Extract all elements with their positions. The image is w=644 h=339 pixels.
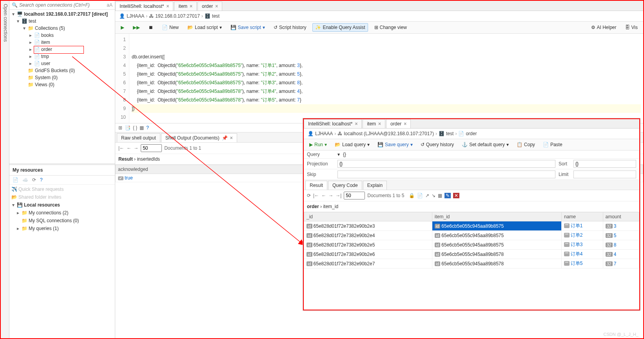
last-page-icon[interactable]: →|	[336, 193, 341, 198]
path-itemid[interactable]: item_id	[323, 204, 338, 209]
stop-button[interactable]: ⏹	[146, 24, 156, 31]
sort-input[interactable]	[573, 160, 636, 168]
new-button[interactable]: 📄 New	[160, 24, 181, 31]
save-script-button[interactable]: 💾 Save script ▾	[228, 24, 267, 31]
delete-icon[interactable]: ✕	[453, 193, 459, 198]
tree-database[interactable]: ▾🗄️test	[9, 18, 115, 25]
tab-shell-output[interactable]: Shell Output (Documents) 📌 ×	[161, 133, 237, 142]
tab-intellishell[interactable]: IntelliShell: localhost*×	[304, 119, 362, 128]
crumb-host[interactable]: localhost (LJHAAA@192.168.0.107:27017)	[344, 131, 434, 136]
code-body[interactable]: db.order.insert([ {item_id: ObjectId("65…	[129, 34, 643, 123]
close-icon[interactable]: ×	[230, 135, 233, 141]
search-input[interactable]	[19, 2, 105, 8]
tree-views[interactable]: 📁Views (0)	[9, 81, 115, 88]
tab-order[interactable]: order×	[198, 2, 222, 11]
change-view-button[interactable]: ⊞ Change view	[372, 24, 409, 31]
projection-input[interactable]	[337, 160, 555, 168]
tab-item[interactable]: item×	[363, 119, 385, 128]
table-row[interactable]: id65e828d01f72e7382e90b2e7id65e6cb5e055c…	[304, 259, 639, 268]
tab-intellishell[interactable]: IntelliShell: localhost*×	[115, 2, 173, 11]
crumb-db[interactable]: test	[212, 13, 220, 19]
close-icon[interactable]: ×	[190, 4, 192, 9]
col-amount[interactable]: amount	[603, 212, 639, 221]
tree-system[interactable]: 📁System (0)	[9, 74, 115, 81]
prev-page-icon[interactable]: ←	[321, 193, 326, 198]
code-editor[interactable]: 12345678910 db.order.insert([ {item_id: …	[115, 34, 643, 123]
next-page-icon[interactable]: →	[328, 193, 333, 198]
refresh-icon[interactable]: ⟳	[32, 177, 36, 183]
view-icon[interactable]: ▦	[438, 193, 442, 198]
load-script-button[interactable]: 📂 Load script ▾	[185, 24, 224, 31]
tab-query-code[interactable]: Query Code	[328, 181, 362, 190]
paste-button[interactable]: 📄 Paste	[541, 141, 565, 149]
path-order[interactable]: order	[307, 204, 319, 209]
lock-icon[interactable]: 🔒	[409, 193, 415, 198]
help-icon[interactable]: ?	[146, 125, 149, 131]
table-icon[interactable]: ▦	[140, 125, 144, 131]
copy-button[interactable]: 📋 Copy	[514, 141, 537, 149]
add-doc-icon[interactable]: 📄	[417, 193, 423, 198]
crumb-db[interactable]: test	[446, 131, 454, 136]
query-history-button[interactable]: ↺ Query history	[418, 141, 456, 149]
table-row[interactable]: id65e828d01f72e7382e90b2e4id65e6cb5e055c…	[304, 231, 639, 240]
run-all-button[interactable]: ▶▶	[131, 24, 142, 31]
close-icon[interactable]: ×	[355, 121, 357, 127]
query-value[interactable]: {}	[343, 152, 346, 157]
json-icon[interactable]: { }	[133, 125, 137, 131]
import-icon[interactable]: ↘	[432, 193, 435, 198]
tree-collections[interactable]: ▾📁Collections (5)	[9, 25, 115, 32]
edit-icon[interactable]: ✎	[444, 193, 451, 198]
load-query-button[interactable]: 📂 Load query ▾	[332, 141, 372, 149]
history-button[interactable]: ↺ Script history	[271, 24, 308, 31]
run-button[interactable]: ▶	[118, 24, 127, 31]
tree-gridfs[interactable]: 📁GridFS Buckets (0)	[9, 67, 115, 74]
close-icon[interactable]: ×	[404, 121, 406, 127]
view-icon[interactable]: ⊞	[118, 125, 122, 131]
help-icon[interactable]: ?	[40, 177, 43, 183]
run-button[interactable]: ▶ Run ▾	[307, 141, 329, 149]
save-query-button[interactable]: 💾 Save query ▾	[375, 141, 415, 149]
table-row[interactable]: id65e828d01f72e7382e90b2e5id65e6cb5e055c…	[304, 240, 639, 250]
limit-input[interactable]	[573, 170, 636, 178]
skip-input[interactable]	[337, 170, 555, 178]
col-itemid[interactable]: item_id	[432, 212, 561, 221]
my-sql-connections[interactable]: 📁My SQL connections (0)	[9, 217, 115, 225]
add-icon[interactable]: 📄	[13, 177, 18, 183]
close-icon[interactable]: ×	[215, 4, 218, 9]
tree-collection-order[interactable]: ▸📄order	[9, 46, 115, 53]
ai-helper-button[interactable]: ⚙ AI Helper	[589, 24, 619, 31]
prev-page-icon[interactable]: ←	[127, 145, 131, 151]
first-page-icon[interactable]: |←	[118, 145, 124, 151]
visualize-button[interactable]: 🗄 Vis	[623, 24, 640, 31]
tab-item[interactable]: item×	[174, 2, 197, 11]
crumb-host[interactable]: 192.168.0.107:27017	[155, 13, 200, 19]
crumb-user[interactable]: LJHAAA	[127, 13, 144, 19]
vertical-tab-open-connections[interactable]: Open connections	[1, 1, 9, 338]
cloud-icon[interactable]: ☁️	[22, 177, 28, 183]
next-page-icon[interactable]: →	[134, 145, 138, 151]
table-row[interactable]: id65e828d01f72e7382e90b2e6id65e6cb5e055c…	[304, 250, 639, 259]
page-size-input[interactable]	[141, 144, 162, 152]
my-connections[interactable]: ▸📁My connections (2)	[9, 209, 115, 217]
tree-icon[interactable]: 📑	[125, 125, 131, 131]
col-id[interactable]: _id	[304, 212, 432, 221]
export-icon[interactable]: ↗	[425, 193, 429, 198]
page-size-input[interactable]	[344, 192, 365, 199]
tree-collection-user[interactable]: ▸📄user	[9, 60, 115, 67]
chevron-down-icon[interactable]: ▾	[337, 152, 340, 157]
enable-query-assist-button[interactable]: ✨ Enable Query Assist	[312, 23, 368, 32]
tree-collection-tmp[interactable]: ▸📄tmp	[9, 53, 115, 60]
tab-raw-output[interactable]: Raw shell output	[117, 133, 160, 142]
tab-explain[interactable]: Explain	[363, 181, 387, 190]
close-icon[interactable]: ×	[166, 4, 169, 9]
first-page-icon[interactable]: |←	[313, 193, 319, 198]
table-row[interactable]: id65e828d01f72e7382e90b2e3id65e6cb5e055c…	[304, 221, 639, 231]
tree-collection-item[interactable]: ▸📄item	[9, 39, 115, 46]
close-icon[interactable]: ×	[378, 121, 381, 127]
local-resources[interactable]: ▾💾Local resources	[9, 201, 115, 209]
crumb-user[interactable]: LJHAAA	[315, 131, 333, 136]
refresh-icon[interactable]: ⟳	[307, 193, 311, 198]
tab-order[interactable]: order×	[386, 119, 411, 128]
set-default-button[interactable]: ⚓ Set default query ▾	[459, 141, 511, 149]
tab-result[interactable]: Result	[305, 181, 327, 190]
